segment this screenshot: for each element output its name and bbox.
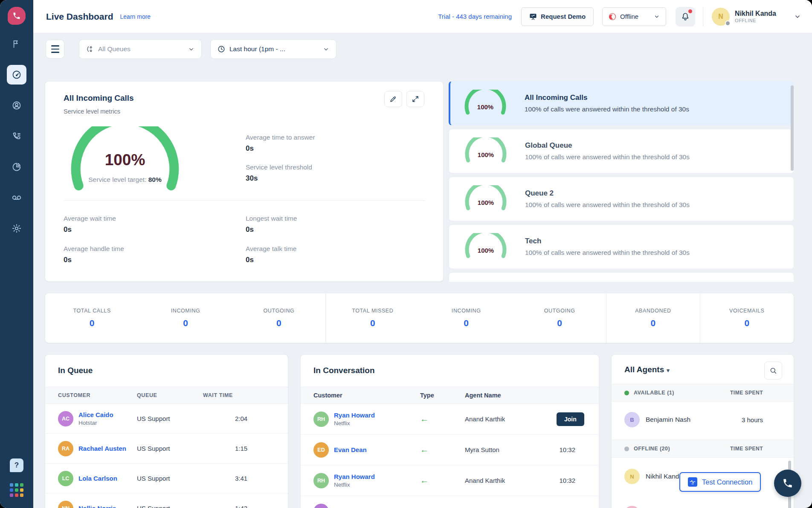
sidebar-item-whats-new[interactable] bbox=[7, 34, 26, 54]
table-row: RH Ryan HowardNetflix ← Anand Karthik Jo… bbox=[301, 404, 599, 435]
stat-abandoned: ABANDONED0 bbox=[606, 293, 700, 343]
customer-link[interactable]: Alice Caido bbox=[78, 411, 113, 418]
user-profile-menu[interactable]: N Nikhil Kanda OFFLINE bbox=[712, 8, 801, 26]
metric-avg-time-to-answer: Average time to answer 0s bbox=[246, 134, 315, 153]
queue-item-all-incoming-calls[interactable]: 100% All Incoming Calls 100% of calls we… bbox=[449, 81, 794, 126]
chevron-down-icon bbox=[794, 13, 801, 20]
availability-dropdown[interactable]: Offline bbox=[602, 7, 666, 26]
bell-icon bbox=[681, 12, 690, 21]
pie-chart-icon bbox=[12, 162, 22, 172]
queues-icon bbox=[86, 45, 94, 53]
agent-name: Nikhil Kanda bbox=[646, 473, 683, 480]
customer-link[interactable]: Evan Dean bbox=[334, 446, 367, 453]
queue-description: 100% of calls were answered within the t… bbox=[525, 153, 690, 161]
queue-name: Queue 2 bbox=[525, 189, 690, 198]
avatar: ED bbox=[313, 442, 329, 458]
agent-search-button[interactable] bbox=[764, 362, 782, 380]
stat-missed-outgoing: OUTGOING0 bbox=[513, 293, 606, 343]
presence-dot bbox=[725, 20, 731, 26]
notifications-button[interactable] bbox=[676, 7, 695, 26]
queue-name: Tech bbox=[525, 237, 690, 245]
in-queue-header: CUSTOMERQUEUEWAIT TIME bbox=[45, 387, 288, 404]
queue-gauge: 100% bbox=[464, 233, 507, 260]
avatar: RA bbox=[58, 441, 73, 456]
queue-description: 100% of calls were answered within the t… bbox=[525, 105, 689, 113]
table-row: NN Nellie Norris US Support 1:43 bbox=[45, 493, 288, 508]
queue-item-global-queue[interactable]: 100% Global Queue 100% of calls were ans… bbox=[449, 129, 794, 173]
metric-avg-talk-time: Average talk time 0s bbox=[246, 245, 296, 264]
avatar bbox=[313, 504, 329, 508]
avatar: N bbox=[712, 8, 730, 26]
sidebar-item-voicemail[interactable] bbox=[7, 188, 26, 207]
dialer-fab[interactable] bbox=[774, 470, 801, 497]
customer-company: Hotstar bbox=[78, 420, 113, 426]
scrollbar-thumb[interactable] bbox=[791, 85, 794, 171]
agent-name: Myra Sutton bbox=[465, 446, 557, 453]
trial-banner: Trial - 443 days remaining bbox=[438, 13, 512, 20]
avatar: N bbox=[624, 469, 640, 484]
customer-link[interactable]: Lola Carlson bbox=[78, 475, 117, 482]
card-subtitle: Service level metrics bbox=[64, 108, 120, 115]
queue-description: 100% of calls were answered within the t… bbox=[525, 249, 690, 257]
gauge-target: Service level target: 80% bbox=[63, 176, 187, 184]
customer-link[interactable]: Nellie Norris bbox=[78, 505, 116, 508]
table-row-partial bbox=[301, 496, 599, 508]
agent-name: Anand Karthik bbox=[465, 477, 557, 484]
incoming-call-icon: ← bbox=[420, 476, 465, 485]
customer-link[interactable]: Ryan Howard bbox=[334, 412, 375, 419]
offline-moon-icon bbox=[609, 13, 616, 20]
agents-filter-dropdown[interactable]: All Agents▾ bbox=[624, 365, 670, 374]
agent-name: Anand Karthik bbox=[465, 415, 557, 423]
pencil-icon bbox=[389, 95, 397, 103]
customer-link[interactable]: Ryan Howard bbox=[334, 473, 375, 480]
user-name: Nikhil Kanda bbox=[735, 10, 776, 18]
sidebar-nav bbox=[7, 34, 26, 238]
queue-filter-dropdown[interactable]: All Queues bbox=[79, 39, 202, 59]
help-button[interactable]: ? bbox=[10, 458, 23, 472]
queue-item-queue-2[interactable]: 100% Queue 2 100% of calls were answered… bbox=[449, 177, 794, 221]
filter-bar: All Queues Last hour (1pm - ... bbox=[79, 39, 336, 59]
metric-avg-wait-time: Average wait time 0s bbox=[64, 215, 116, 234]
sidebar-item-live-dashboard[interactable] bbox=[7, 65, 26, 85]
app-logo bbox=[8, 7, 26, 25]
phone-icon bbox=[782, 478, 793, 489]
agent-time-spent: 3 hours bbox=[742, 416, 781, 423]
edit-button[interactable] bbox=[384, 91, 402, 107]
expand-button[interactable] bbox=[406, 91, 424, 107]
person-icon bbox=[12, 100, 22, 111]
sidebar-item-call-logs[interactable] bbox=[7, 126, 26, 146]
sidebar-item-settings[interactable] bbox=[7, 219, 26, 238]
stat-incoming: INCOMING0 bbox=[139, 293, 232, 343]
request-demo-button[interactable]: Request Demo bbox=[521, 7, 594, 26]
stat-total-calls: TOTAL CALLS0 bbox=[45, 293, 139, 343]
caret-down-icon: ▾ bbox=[667, 367, 670, 374]
metric-avg-handle-time: Average handle time 0s bbox=[64, 245, 124, 264]
connection-monitor-icon bbox=[688, 477, 697, 487]
call-list-icon bbox=[12, 131, 22, 141]
sidebar: ? bbox=[0, 0, 33, 508]
menu-toggle-button[interactable] bbox=[46, 40, 64, 58]
top-header: Live Dashboard Learn more Trial - 443 da… bbox=[33, 0, 812, 33]
app-window: ? Live Dashboard Learn more Trial - 443 … bbox=[0, 0, 812, 508]
stat-outgoing: OUTGOING0 bbox=[232, 293, 326, 343]
stat-total-missed: TOTAL MISSED0 bbox=[326, 293, 419, 343]
metric-service-level-threshold: Service level threshold 30s bbox=[246, 163, 312, 183]
in-queue-card: In Queue CUSTOMERQUEUEWAIT TIME AC Alice… bbox=[45, 354, 288, 508]
stat-voicemails: VOICEMAILS0 bbox=[700, 293, 794, 343]
service-level-gauge: 100% Service level target: 80% bbox=[63, 126, 187, 191]
join-call-button[interactable]: Join bbox=[557, 412, 584, 426]
queue-item-tech[interactable]: 100% Tech 100% of calls were answered wi… bbox=[449, 225, 794, 269]
queue-gauge: 100% bbox=[464, 185, 507, 213]
header-divider bbox=[703, 7, 703, 26]
search-icon bbox=[769, 367, 777, 374]
incoming-call-icon: ← bbox=[420, 445, 465, 455]
customer-link[interactable]: Rachael Austen bbox=[78, 445, 126, 452]
time-range-dropdown[interactable]: Last hour (1pm - ... bbox=[210, 39, 336, 59]
apps-launcher-icon[interactable] bbox=[10, 483, 23, 497]
test-connection-button[interactable]: Test Connection bbox=[679, 472, 761, 492]
learn-more-link[interactable]: Learn more bbox=[120, 13, 151, 20]
sidebar-item-contacts[interactable] bbox=[7, 96, 26, 115]
sidebar-item-analytics[interactable] bbox=[7, 157, 26, 177]
queue-metrics-list: 100% All Incoming Calls 100% of calls we… bbox=[449, 81, 794, 282]
expand-icon bbox=[412, 95, 419, 103]
